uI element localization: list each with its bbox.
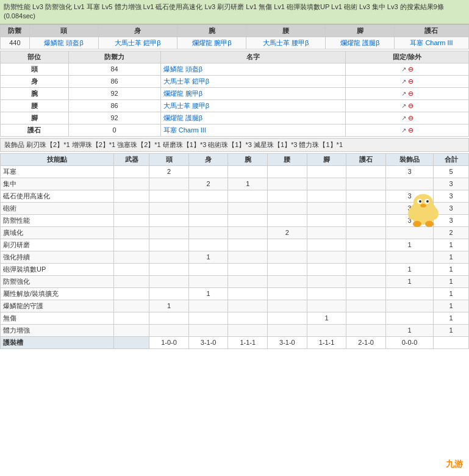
detail-name-2: 爛燿龍 腕甲β	[160, 87, 346, 99]
detail-name-4: 爛燿龍 護腿β	[160, 112, 346, 124]
skill-weapon-5	[114, 226, 149, 239]
skill-deco-9: 1	[385, 275, 433, 287]
skill-charm-2	[346, 190, 386, 202]
skill-row: 防禦性能 3 3	[1, 214, 469, 226]
decoration-bar: 裝飾品 刷刃珠【2】*1 增彈珠【2】*1 強塞珠【2】*1 研磨珠【1】*3 …	[0, 138, 469, 152]
arrow-icon: ↗	[401, 127, 406, 134]
skill-leg-3	[307, 202, 346, 214]
armor-head-link[interactable]: 爆鱗龍 頭盔β	[44, 39, 83, 46]
skill-charm-6	[346, 239, 386, 251]
skill-col-head: 頭	[149, 153, 189, 165]
skill-body-10: 1	[188, 287, 228, 300]
armor-body: 大馬士革 鎧甲β	[98, 37, 177, 49]
skill-name-1: 集中	[1, 178, 114, 190]
skill-head-6	[149, 239, 189, 251]
skill-waist-9	[268, 275, 307, 287]
armor-leg-link[interactable]: 爛燿龍 護腿β	[340, 39, 379, 46]
skill-row: 砲術 3 3	[1, 202, 469, 214]
detail-fixexclude-1: ↗ ⊖	[346, 75, 469, 87]
skill-total-3: 3	[434, 202, 469, 214]
skill-head-5	[149, 226, 189, 239]
detail-defense-1: 86	[68, 75, 160, 87]
detail-row: 身 86 大馬士革 鎧甲β ↗ ⊖	[1, 75, 469, 87]
skill-charm-9	[346, 275, 386, 287]
arrow-icon: ↗	[401, 90, 406, 97]
minus-icon[interactable]: ⊖	[408, 126, 414, 134]
skill-arm-13	[228, 324, 268, 336]
skill-waist-8	[268, 263, 307, 275]
skill-weapon-6	[114, 239, 149, 251]
skill-body-8	[188, 263, 228, 275]
armor-waist-link[interactable]: 大馬士革 腰甲β	[263, 39, 309, 46]
skill-row: 強化持續 1 1	[1, 251, 469, 263]
armor-arm-link[interactable]: 爛燿龍 腕甲β	[192, 39, 231, 46]
skill-col-body: 身	[188, 153, 228, 165]
col-head: 頭	[29, 24, 98, 37]
skill-deco-4: 3	[385, 214, 433, 226]
skill-total-10: 1	[434, 287, 469, 300]
skill-waist-12	[268, 312, 307, 324]
skill-head-13	[149, 324, 189, 336]
slot-val-3: 3-1-0	[268, 336, 307, 348]
detail-part-3: 腰	[1, 99, 69, 112]
armor-charm: 耳塞 Charm III	[394, 37, 468, 49]
minus-icon[interactable]: ⊖	[408, 102, 414, 109]
skill-row: 廣域化 2 2	[1, 226, 469, 239]
slot-val-4: 1-1-1	[307, 336, 346, 348]
skill-waist-10	[268, 287, 307, 300]
skill-row: 耳塞 2 3 5	[1, 165, 469, 178]
minus-icon[interactable]: ⊖	[408, 65, 414, 73]
detail-name-0: 爆鱗龍 頭盔β	[160, 63, 346, 75]
slot-val-5: 2-1-0	[346, 336, 386, 348]
skill-leg-2	[307, 190, 346, 202]
armor-charm-link[interactable]: 耳塞 Charm III	[410, 39, 453, 46]
skill-col-name: 技能點	[1, 153, 114, 165]
skill-body-7: 1	[188, 251, 228, 263]
arrow-icon: ↗	[401, 103, 406, 109]
detail-defense-4: 92	[68, 112, 160, 124]
armor-head: 爆鱗龍 頭盔β	[29, 37, 98, 49]
skill-deco-10	[385, 287, 433, 300]
armor-body-link[interactable]: 大馬士革 鎧甲β	[115, 39, 160, 46]
skill-row: 集中 2 1 3	[1, 178, 469, 190]
skill-arm-3	[228, 202, 268, 214]
skill-charm-13	[346, 324, 386, 336]
skill-head-4	[149, 214, 189, 226]
skill-body-11	[188, 300, 228, 312]
slot-weapon	[114, 336, 149, 348]
search-result-bar: 防禦性能 Lv3 防禦強化 Lv1 耳塞 Lv5 體力增強 Lv1 砥石使用高速…	[0, 0, 469, 24]
skill-arm-7	[228, 251, 268, 263]
slot-val-6: 0-0-0	[385, 336, 433, 348]
skill-charm-12	[346, 312, 386, 324]
detail-row: 腳 92 爛燿龍 護腿β ↗ ⊖	[1, 112, 469, 124]
slot-val-0: 1-0-0	[149, 336, 189, 348]
arrow-icon: ↗	[401, 66, 406, 73]
skill-charm-1	[346, 178, 386, 190]
arrow-icon: ↗	[401, 115, 406, 121]
minus-icon[interactable]: ⊖	[408, 78, 414, 85]
skill-arm-5	[228, 226, 268, 239]
skill-leg-8	[307, 263, 346, 275]
minus-icon[interactable]: ⊖	[408, 90, 414, 97]
skill-body-13	[188, 324, 228, 336]
skill-waist-4	[268, 214, 307, 226]
skill-arm-8	[228, 263, 268, 275]
slot-extra	[434, 336, 469, 348]
skill-name-5: 廣域化	[1, 226, 114, 239]
detail-col-defense: 防禦力	[68, 51, 160, 63]
skill-total-7: 1	[434, 251, 469, 263]
skill-name-11: 爆鱗龍的守護	[1, 300, 114, 312]
skill-head-7	[149, 251, 189, 263]
skill-name-7: 強化持續	[1, 251, 114, 263]
detail-fixexclude-5: ↗ ⊖	[346, 124, 469, 136]
detail-defense-2: 92	[68, 87, 160, 99]
skill-charm-0	[346, 165, 386, 178]
minus-icon[interactable]: ⊖	[408, 114, 414, 121]
skill-body-3	[188, 202, 228, 214]
detail-col-fixexclude: 固定/除外	[346, 51, 469, 63]
skill-head-9	[149, 275, 189, 287]
decoration-text: 裝飾品 刷刃珠【2】*1 增彈珠【2】*1 強塞珠【2】*1 研磨珠【1】*3 …	[4, 141, 343, 148]
skill-deco-2: 3	[385, 190, 433, 202]
skill-head-12	[149, 312, 189, 324]
skill-waist-3	[268, 202, 307, 214]
